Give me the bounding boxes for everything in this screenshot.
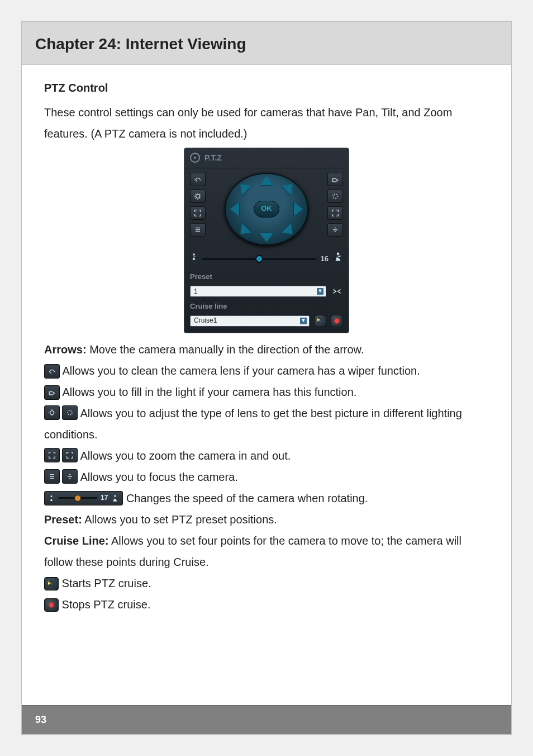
stop-cruise-text: Stops PTZ cruise. <box>59 598 151 611</box>
zoom-out-icon <box>44 448 60 462</box>
right-icon-column <box>327 173 343 237</box>
light-desc: Allows you to fill in the light if your … <box>44 381 489 403</box>
cruise-desc-label: Cruise Line: <box>44 535 109 547</box>
light-icon[interactable] <box>327 173 343 186</box>
iris-open-icon <box>44 405 60 420</box>
intro-text: These control settings can only be used … <box>44 102 489 144</box>
svg-point-7 <box>115 495 117 497</box>
arrow-down[interactable] <box>260 233 273 242</box>
speed-desc-text: Changes the speed of the camera when rot… <box>123 492 368 504</box>
page-number: 93 <box>35 714 46 726</box>
ptz-panel-title: P.T.Z <box>204 150 222 166</box>
left-icon-column <box>190 173 206 237</box>
chevron-down-icon: ▼ <box>317 288 323 295</box>
svg-point-0 <box>196 194 200 198</box>
focus-far-icon[interactable] <box>327 223 343 237</box>
svg-point-6 <box>51 495 53 497</box>
zoom-out-icon[interactable] <box>190 206 206 220</box>
cruise-field: Cruise line Cruise1 ▼ <box>184 299 349 328</box>
ptz-panel-body: OK <box>184 168 349 248</box>
zoom-in-icon[interactable] <box>327 206 343 220</box>
focus-desc-text: Allows you to focus the camera. <box>78 471 238 483</box>
wiper-desc-text: Allows you to clean the camera lens if y… <box>60 365 420 377</box>
focus-desc: Allows you to focus the camera. <box>44 466 489 488</box>
direction-pad: OK <box>225 173 308 245</box>
speed-slider[interactable] <box>202 258 316 260</box>
page: Chapter 24: Internet Viewing PTZ Control… <box>21 21 512 735</box>
svg-point-1 <box>333 194 337 199</box>
arrow-left[interactable] <box>230 202 239 216</box>
preset-value: 1 <box>194 285 198 298</box>
iris-open-icon[interactable] <box>190 190 206 203</box>
svg-point-3 <box>337 252 340 255</box>
light-desc-text: Allows you to fill in the light if your … <box>60 386 356 398</box>
person-small-icon <box>190 252 198 266</box>
preset-desc: Preset: Allows you to set PTZ preset pos… <box>44 509 489 530</box>
preset-label: Preset <box>190 270 343 284</box>
description-list: Arrows: Move the camera manually in the … <box>44 339 489 615</box>
focus-near-icon[interactable] <box>190 223 206 237</box>
speed-value: 16 <box>321 252 329 266</box>
speed-slider-row: 16 <box>184 248 349 270</box>
arrows-desc-text: Move the camera manually in the directio… <box>87 343 364 356</box>
preset-select[interactable]: 1 ▼ <box>190 286 326 297</box>
ptz-panel-header: P.T.Z <box>184 148 349 168</box>
chapter-title: Chapter 24: Internet Viewing <box>35 35 498 53</box>
ptz-panel-figure: P.T.Z <box>184 148 349 333</box>
ptz-panel: P.T.Z <box>184 148 349 333</box>
arrows-desc-label: Arrows: <box>44 343 87 356</box>
chapter-header: Chapter 24: Internet Viewing <box>22 22 511 65</box>
svg-point-4 <box>50 410 54 414</box>
content-area: PTZ Control These control settings can o… <box>22 65 511 615</box>
stop-cruise-icon <box>44 598 59 612</box>
stop-cruise-button[interactable] <box>331 315 343 327</box>
zoom-desc-text: Allows you to zoom the camera in and out… <box>78 450 291 462</box>
wiper-icon[interactable] <box>190 173 206 186</box>
svg-point-5 <box>68 410 72 415</box>
iris-desc-text: Allows you to adjust the type of lens to… <box>44 407 462 441</box>
target-icon <box>190 153 200 163</box>
iris-close-icon[interactable] <box>327 190 343 203</box>
arrow-up[interactable] <box>260 176 273 185</box>
arrow-right[interactable] <box>294 202 303 216</box>
light-icon <box>44 385 60 400</box>
speed-inline-value: 17 <box>101 492 108 504</box>
wiper-icon <box>44 364 60 379</box>
start-cruise-button[interactable] <box>314 315 326 327</box>
zoom-in-icon <box>62 448 78 462</box>
preset-desc-text: Allows you to set PTZ preset positions. <box>82 513 277 526</box>
speed-slider-inline: 17 <box>44 491 123 505</box>
section-title: PTZ Control <box>44 77 489 98</box>
page-footer: 93 <box>22 705 511 734</box>
start-cruise-icon <box>44 577 59 590</box>
cruise-desc: Cruise Line: Allows you to set four poin… <box>44 530 489 573</box>
stop-cruise-desc: Stops PTZ cruise. <box>44 594 489 615</box>
person-large-icon <box>333 251 343 267</box>
preset-desc-label: Preset: <box>44 513 82 526</box>
goto-preset-icon[interactable] <box>331 285 343 297</box>
ok-button[interactable]: OK <box>254 201 279 218</box>
svg-point-2 <box>193 253 195 256</box>
cruise-label: Cruise line <box>190 300 343 314</box>
iris-close-icon <box>62 405 78 420</box>
cruise-value: Cruise1 <box>194 314 217 327</box>
preset-field: Preset 1 ▼ <box>184 269 349 299</box>
start-cruise-desc: Starts PTZ cruise. <box>44 573 489 594</box>
cruise-select[interactable]: Cruise1 ▼ <box>190 315 310 327</box>
focus-near-icon <box>44 469 60 484</box>
iris-desc: Allows you to adjust the type of lens to… <box>44 403 489 445</box>
start-cruise-text: Starts PTZ cruise. <box>59 577 151 589</box>
chevron-down-icon: ▼ <box>300 318 307 324</box>
arrows-desc: Arrows: Move the camera manually in the … <box>44 339 489 360</box>
speed-desc: 17 Changes the speed of the camera when … <box>44 488 489 509</box>
focus-far-icon <box>62 469 78 484</box>
wiper-desc: Allows you to clean the camera lens if y… <box>44 360 489 381</box>
zoom-desc: Allows you to zoom the camera in and out… <box>44 445 489 466</box>
